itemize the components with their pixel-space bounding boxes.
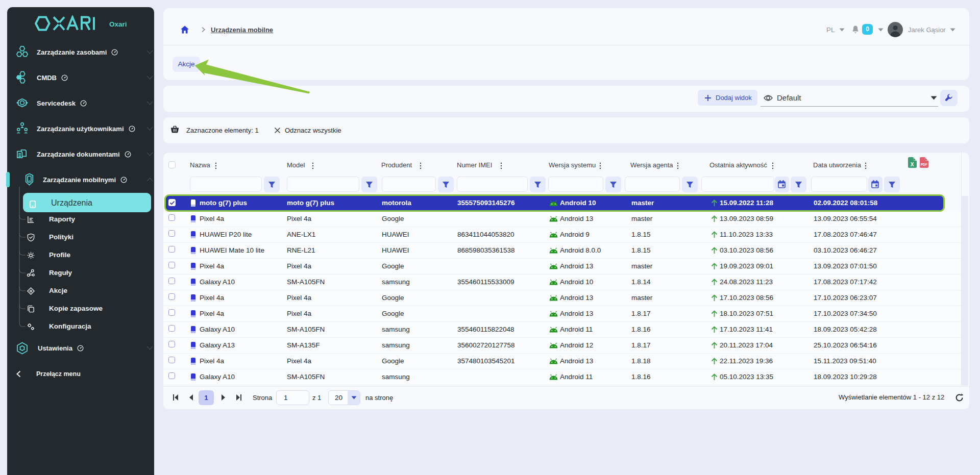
svg-text:X: X (911, 162, 914, 167)
svg-text:PDF: PDF (921, 163, 927, 166)
